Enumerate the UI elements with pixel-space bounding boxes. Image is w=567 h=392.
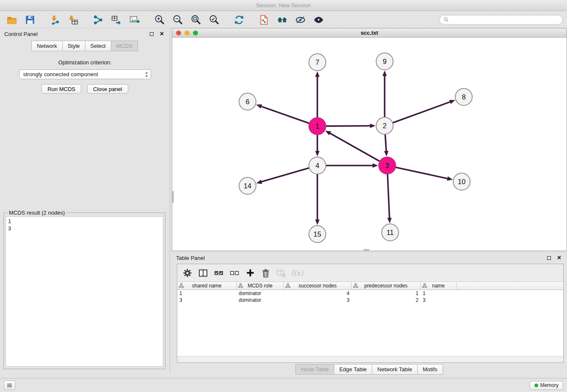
zoom-selected-region-button[interactable]	[206, 13, 222, 27]
horizontal-scrollbar[interactable]	[363, 249, 369, 251]
graph-node-9[interactable]: 9	[376, 53, 393, 70]
node-label: 8	[462, 93, 465, 101]
refresh-icon	[234, 14, 245, 25]
zoom-out-button[interactable]	[170, 13, 185, 27]
graph-node-14[interactable]: 14	[239, 177, 256, 194]
node-label: 11	[386, 229, 394, 236]
tab-edge-table[interactable]: Edge Table	[334, 364, 372, 375]
graph-node-6[interactable]: 6	[239, 93, 256, 110]
create-new-column-button[interactable]	[243, 266, 257, 280]
graph-node-4[interactable]: 4	[309, 157, 326, 174]
column-header-mcds-role[interactable]: MCDS role	[237, 282, 284, 290]
search-input[interactable]	[451, 17, 559, 23]
column-type-icon	[422, 283, 427, 288]
memory-button[interactable]: Memory	[530, 381, 563, 390]
node-label: 4	[315, 162, 319, 169]
float-table-panel-button[interactable]	[545, 254, 553, 262]
zoom-fit-content-button[interactable]	[188, 13, 204, 27]
column-header-shared-name[interactable]: shared name	[177, 282, 237, 290]
open-session-button[interactable]	[4, 13, 19, 27]
close-panel-action-button[interactable]: Close panel	[87, 84, 128, 94]
network-canvas[interactable]: 7968124314101511	[172, 38, 567, 251]
graph-edge-1-2[interactable]	[326, 124, 376, 128]
graph-edge-4-3[interactable]	[326, 163, 378, 168]
first-neighbors-button[interactable]	[275, 13, 290, 27]
column-header-successor-nodes[interactable]: successor nodes	[284, 282, 352, 290]
graph-edge-4-15[interactable]	[315, 174, 319, 225]
search-field[interactable]	[439, 15, 563, 25]
table-tabs: Node TableEdge TableNetwork TableMotifs	[172, 364, 567, 375]
graph-edge-2-3[interactable]	[384, 135, 388, 157]
table-row[interactable]: 1dominator411	[177, 290, 563, 297]
zoom-in-button[interactable]	[152, 13, 167, 27]
show-column-button[interactable]	[196, 266, 210, 280]
graph-edge-1-6[interactable]	[256, 105, 309, 124]
optimization-criterion-label: Optimization criterion:	[0, 59, 170, 66]
apply-preferred-layout-button[interactable]	[231, 13, 247, 27]
task-list-icon	[6, 382, 13, 389]
delete-columns-button[interactable]	[259, 266, 273, 280]
hide-graphics-details-button[interactable]	[293, 13, 308, 27]
graph-node-10[interactable]: 10	[453, 173, 470, 190]
zoom-network-window-button[interactable]: +	[193, 30, 198, 36]
floppy-icon	[25, 14, 36, 25]
clone-icon	[111, 14, 122, 25]
select-all-columns-button[interactable]	[212, 266, 226, 280]
graph-node-7[interactable]: 7	[309, 54, 326, 71]
float-icon	[547, 256, 551, 260]
run-mcds-button[interactable]: Run MCDS	[41, 84, 81, 94]
export-image-button[interactable]	[127, 13, 142, 27]
minimize-network-window-button[interactable]: −	[184, 30, 190, 36]
graph-node-1[interactable]: 1	[309, 118, 326, 135]
table-row[interactable]: 3dominator323	[177, 297, 563, 304]
vertical-scrollbar[interactable]	[172, 191, 174, 203]
result-line: 3	[8, 225, 161, 232]
tab-select[interactable]: Select	[85, 41, 111, 51]
tab-node-table[interactable]: Node Table	[295, 364, 334, 375]
table-delete-icon	[276, 268, 286, 278]
graph-node-15[interactable]: 15	[309, 226, 326, 243]
column-header-predecessor-nodes[interactable]: predecessor nodes	[352, 282, 421, 290]
tab-network-table[interactable]: Network Table	[372, 364, 418, 375]
tab-style[interactable]: Style	[62, 41, 85, 51]
graph-edge-3-10[interactable]	[396, 167, 453, 181]
graph-node-8[interactable]: 8	[455, 88, 472, 105]
close-network-window-button[interactable]: ×	[176, 30, 181, 36]
graph-edge-4-14[interactable]	[256, 168, 309, 184]
graph-node-2[interactable]: 2	[376, 117, 393, 134]
graph-edge-2-9[interactable]	[383, 71, 387, 117]
new-network-button[interactable]	[91, 13, 106, 27]
close-table-panel-button[interactable]: ×	[556, 254, 563, 262]
task-history-button[interactable]	[4, 381, 15, 390]
control-panel: Control Panel × NetworkStyleSelectMCDS O…	[0, 28, 170, 373]
tab-motifs[interactable]: Motifs	[417, 364, 443, 375]
graph-node-11[interactable]: 11	[382, 224, 399, 241]
network-file-button[interactable]	[256, 13, 272, 27]
show-graphics-details-button[interactable]	[311, 13, 326, 27]
change-table-mode-button[interactable]	[180, 266, 195, 280]
zoom-out-icon	[172, 14, 183, 25]
graph-edge-3-1[interactable]	[325, 131, 380, 161]
graph-edge-1-7[interactable]	[315, 72, 319, 118]
float-control-panel-button[interactable]	[148, 30, 155, 38]
table-panel-header: Table Panel ×	[172, 252, 567, 263]
close-control-panel-button[interactable]: ×	[158, 30, 165, 38]
optimization-criterion-select[interactable]: strongly connected component	[19, 69, 151, 79]
tab-mcds[interactable]: MCDS	[111, 41, 138, 51]
unselect-all-columns-button[interactable]	[227, 266, 242, 280]
tab-network[interactable]: Network	[31, 41, 63, 51]
column-header-name[interactable]: name	[421, 282, 457, 290]
save-session-button[interactable]	[22, 13, 38, 27]
graph-node-3[interactable]: 3	[379, 157, 396, 174]
network-graph-holder: 7968124314101511	[172, 38, 567, 251]
graph-edge-3-11[interactable]	[387, 174, 391, 224]
control-panel-header: Control Panel ×	[0, 28, 170, 39]
table-horizontal-scrollbar[interactable]	[177, 356, 563, 362]
import-table-from-file-button[interactable]	[66, 13, 81, 27]
import-network-from-file-button[interactable]	[47, 13, 63, 27]
clone-network-button[interactable]	[109, 13, 124, 27]
graph-edge-1-4[interactable]	[315, 135, 319, 157]
graph-edge-2-8[interactable]	[393, 100, 455, 123]
table-cell: 2	[352, 297, 421, 303]
mcds-result-list[interactable]: 13	[6, 216, 163, 367]
